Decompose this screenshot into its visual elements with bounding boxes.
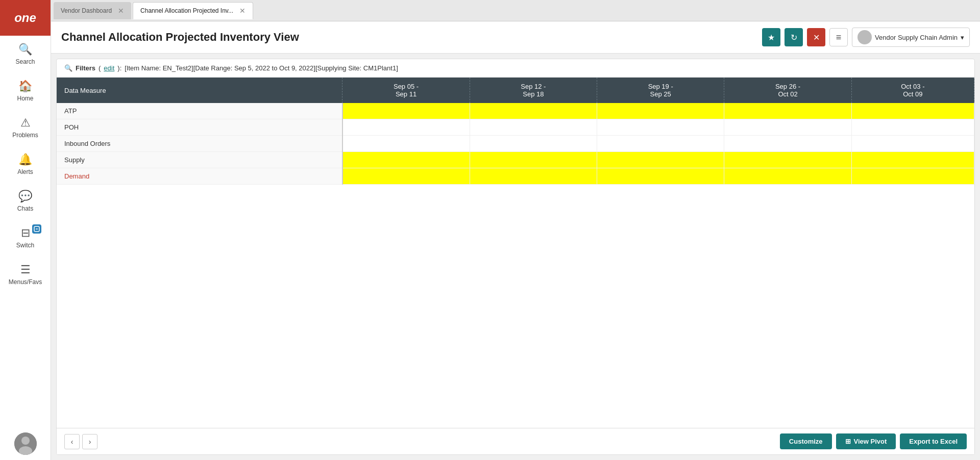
chats-icon: 💬 [18,190,32,203]
sidebar-item-label: Switch [16,242,34,249]
table-row: POH [57,119,974,136]
header-bar: Channel Allocation Projected Inventory V… [51,21,980,54]
cell-supply-sep26 [724,152,851,168]
table-row: ATP [57,103,974,119]
user-dropdown[interactable]: Vendor Supply Chain Admin ▾ [852,28,970,47]
sidebar-item-label: Search [15,58,35,65]
sidebar: one 🔍 Search 🏠 Home ⚠ Problems 🔔 Alerts … [0,0,51,460]
sidebar-item-problems[interactable]: ⚠ Problems [0,109,51,146]
table-row: Supply [57,152,974,168]
table-container: Data Measure Sep 05 -Sep 11 Sep 12 -Sep … [57,78,974,428]
cell-inbound-oct03 [851,136,974,152]
view-pivot-button[interactable]: ⊞ View Pivot [836,433,896,449]
tab-close-vendor[interactable]: ✕ [118,7,124,15]
row-label-atp: ATP [57,103,342,119]
menus-icon: ☰ [20,263,31,276]
cell-supply-sep12 [470,152,597,168]
cell-demand-sep05 [342,168,470,185]
cell-poh-sep19 [597,119,724,136]
switch-icon: ⊟ [21,226,30,240]
search-icon: 🔍 [18,43,32,56]
cell-poh-oct03 [851,119,974,136]
cell-atp-sep19 [597,103,724,119]
app-logo[interactable]: one [0,0,51,36]
sidebar-item-home[interactable]: 🏠 Home [0,72,51,109]
main-content: Vendor Dashboard ✕ Channel Allocation Pr… [51,0,980,460]
data-table: Data Measure Sep 05 -Sep 11 Sep 12 -Sep … [57,78,974,185]
cell-atp-sep12 [470,103,597,119]
refresh-button[interactable]: ↻ [785,28,803,46]
home-icon: 🏠 [18,80,32,93]
cell-inbound-sep19 [597,136,724,152]
cell-atp-sep26 [724,103,851,119]
table-row: Inbound Orders [57,136,974,152]
col-header-oct03-oct09: Oct 03 -Oct 09 [851,78,974,103]
dropdown-chevron-icon: ▾ [961,34,964,41]
switch-badge [32,224,41,234]
alerts-icon: 🔔 [18,153,32,166]
col-header-sep05-sep11: Sep 05 -Sep 11 [342,78,470,103]
cell-demand-sep19 [597,168,724,185]
view-pivot-icon: ⊞ [845,438,851,445]
cell-supply-oct03 [851,152,974,168]
page-title: Channel Allocation Projected Inventory V… [61,31,757,44]
cell-poh-sep12 [470,119,597,136]
filters-bar: 🔍 Filters (edit): [Item Name: EN_Test2][… [57,59,974,78]
sidebar-item-menus[interactable]: ☰ Menus/Favs [0,256,51,293]
cell-inbound-sep05 [342,136,470,152]
cell-inbound-sep26 [724,136,851,152]
header-actions: ★ ↻ ✕ ≡ Vendor Supply Chain Admin ▾ [762,28,970,47]
sidebar-item-alerts[interactable]: 🔔 Alerts [0,146,51,183]
cell-supply-sep05 [342,152,470,168]
row-label-demand: Demand [57,168,342,185]
sidebar-item-label: Alerts [17,168,33,175]
row-label-supply: Supply [57,152,342,168]
customize-button[interactable]: Customize [780,433,832,449]
tab-label: Channel Allocation Projected Inv... [140,7,233,14]
tab-close-channel[interactable]: ✕ [239,7,246,15]
col-header-sep12-sep18: Sep 12 -Sep 18 [470,78,597,103]
menu-button[interactable]: ≡ [829,28,848,46]
export-excel-button[interactable]: Export to Excel [900,433,967,449]
problems-icon: ⚠ [20,116,31,130]
table-row: Demand [57,168,974,185]
footer-actions: Customize ⊞ View Pivot Export to Excel [780,433,967,449]
next-page-button[interactable]: › [82,434,97,449]
cell-inbound-sep12 [470,136,597,152]
row-label-inbound-orders: Inbound Orders [57,136,342,152]
filter-icon: 🔍 [64,64,72,72]
filters-edit-link[interactable]: edit [104,64,114,72]
sidebar-item-label: Chats [17,205,33,212]
filters-text: [Item Name: EN_Test2][Date Range: Sep 5,… [125,64,398,72]
content-area: 🔍 Filters (edit): [Item Name: EN_Test2][… [56,59,975,455]
cell-atp-oct03 [851,103,974,119]
cell-supply-sep19 [597,152,724,168]
avatar[interactable] [14,432,37,455]
tab-channel-allocation[interactable]: Channel Allocation Projected Inv... ✕ [133,2,253,19]
cell-demand-sep26 [724,168,851,185]
col-header-data-measure: Data Measure [57,78,342,103]
cell-poh-sep26 [724,119,851,136]
pagination: ‹ › [64,434,97,449]
star-button[interactable]: ★ [762,28,780,46]
sidebar-item-label: Menus/Favs [9,278,42,286]
sidebar-item-label: Home [17,95,33,102]
cell-demand-sep12 [470,168,597,185]
footer-bar: ‹ › Customize ⊞ View Pivot Export to Exc… [57,428,974,454]
sidebar-item-switch[interactable]: ⊟ Switch [0,219,51,256]
sidebar-item-search[interactable]: 🔍 Search [0,36,51,72]
row-label-poh: POH [57,119,342,136]
tab-bar: Vendor Dashboard ✕ Channel Allocation Pr… [51,0,980,21]
cell-demand-oct03 [851,168,974,185]
filters-label: Filters [76,64,95,72]
prev-page-button[interactable]: ‹ [64,434,80,449]
svg-point-3 [21,437,30,445]
cell-poh-sep05 [342,119,470,136]
logo-text: one [14,11,36,25]
cell-atp-sep05 [342,103,470,119]
sidebar-item-label: Problems [12,132,38,139]
col-header-sep19-sep25: Sep 19 -Sep 25 [597,78,724,103]
close-button[interactable]: ✕ [807,28,825,46]
sidebar-item-chats[interactable]: 💬 Chats [0,183,51,219]
tab-vendor-dashboard[interactable]: Vendor Dashboard ✕ [54,2,131,19]
